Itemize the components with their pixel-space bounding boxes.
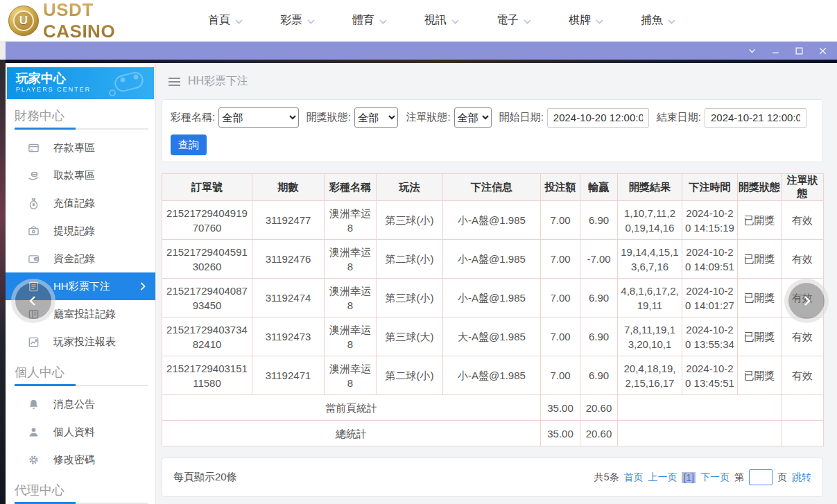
summary-cell (782, 395, 824, 421)
window-maximize-icon[interactable] (794, 46, 804, 55)
sidebar-item-label: 提現記錄 (53, 225, 95, 238)
nav-item-2[interactable]: 體育 (334, 13, 406, 28)
table-cell: 7.00 (541, 279, 580, 318)
breadcrumb: HH彩票下注 (169, 74, 248, 89)
scroll-right-button[interactable] (788, 283, 825, 319)
column-header: 投注額 (541, 174, 580, 201)
jump-prefix-label: 第 (734, 471, 744, 484)
site-logo[interactable]: U USDT CASINO (8, 0, 157, 42)
nav-item-3[interactable]: 視訊 (406, 13, 478, 28)
cash-out-icon (28, 225, 40, 237)
sidebar-item-label: 廳室投註記錄 (53, 308, 116, 321)
sidebar-item-存款專區[interactable]: 存款專區 (6, 134, 155, 162)
report-chart-icon (28, 336, 40, 348)
first-page-link[interactable]: 首页 (623, 471, 643, 484)
window-dropdown-icon[interactable] (747, 46, 757, 55)
table-cell: 小-A盤@1.985 (443, 356, 541, 395)
jump-suffix-label: 页 (777, 471, 787, 484)
current-page-badge: [1] (682, 472, 696, 483)
table-cell: 20,4,18,19,2,15,16,17 (618, 356, 682, 395)
table-cell: -7.00 (580, 240, 618, 279)
collapse-sidebar-button[interactable] (15, 283, 51, 319)
sidebar-item-資金記錄[interactable]: 資金記錄 (6, 245, 155, 272)
chevron-down-icon (596, 15, 603, 27)
nav-item-6[interactable]: 捕魚 (622, 13, 694, 28)
funds-wallet-icon (28, 253, 40, 265)
table-cell: 澳洲幸运8 (325, 279, 377, 318)
page-title: HH彩票下注 (188, 74, 248, 89)
prev-page-link[interactable]: 上一页 (648, 471, 677, 484)
page-size-text: 每頁顯示20條 (173, 471, 237, 484)
sidebar-header: 玩家中心 PLAYERS CENTER (7, 67, 154, 99)
pager: 共5条 首页 上一页 [1] 下一页 第 页 跳转 (594, 469, 811, 485)
sidebar-item-消息公告[interactable]: 消息公告 (6, 390, 155, 418)
table-cell: 第二球(小) (377, 240, 443, 279)
chevron-down-icon (451, 15, 459, 27)
table-cell: 6.90 (580, 356, 618, 395)
table-cell: 已開獎 (738, 318, 782, 356)
sidebar-item-label: 充值記錄 (53, 197, 95, 210)
summary-cell (618, 421, 782, 446)
filter-panel: 彩種名稱: 全部 開獎狀態: 全部 注單狀態: 全部 開始日期: 結束日期: 查… (162, 99, 823, 162)
nav-item-label: 視訊 (424, 13, 447, 28)
pagination-bar: 每頁顯示20條 共5条 首页 上一页 [1] 下一页 第 页 跳转 (162, 458, 823, 497)
start-date-input[interactable] (547, 108, 649, 128)
end-date-input[interactable] (705, 108, 806, 128)
table-cell: 已開獎 (738, 240, 782, 279)
next-page-link[interactable]: 下一页 (700, 471, 730, 484)
sidebar-item-修改密碼[interactable]: 修改密碼 (6, 446, 155, 473)
section-underline (15, 385, 148, 386)
table-cell: 2024-10-20 13:55:34 (682, 318, 738, 356)
table-row: 215217294040879345031192474澳洲幸运8第三球(小)小-… (162, 279, 824, 318)
table-cell: 第二球(小) (377, 356, 443, 395)
lottery-name-select[interactable]: 全部 (218, 107, 299, 128)
sidebar-item-取款專區[interactable]: 取款專區 (6, 162, 155, 189)
window-minimize-icon[interactable] (770, 46, 780, 55)
nav-item-label: 彩票 (280, 13, 302, 28)
table-cell: 2024-10-20 14:01:27 (682, 279, 738, 318)
table-row: 215217294049197076031192477澳洲幸运8第三球(小)小-… (162, 201, 824, 240)
table-cell: 6.90 (580, 279, 618, 318)
query-button[interactable]: 查詢 (171, 134, 207, 155)
window-close-icon[interactable] (818, 46, 827, 55)
column-header: 注單狀態 (782, 174, 824, 201)
page-number-input[interactable] (749, 469, 773, 485)
table-cell: 2024-10-20 14:09:51 (682, 240, 738, 279)
column-header: 期數 (252, 174, 325, 201)
order-status-label: 注單狀態: (406, 111, 450, 124)
jump-button[interactable]: 跳转 (792, 471, 811, 484)
draw-status-select[interactable]: 全部 (354, 107, 399, 128)
column-header: 玩法 (377, 174, 443, 201)
nav-item-label: 棋牌 (569, 13, 591, 28)
table-cell: 第三球(小) (377, 279, 443, 318)
table-cell: 大-A盤@1.985 (443, 318, 541, 356)
sidebar-item-提現記錄[interactable]: 提現記錄 (6, 217, 155, 245)
nav-item-0[interactable]: 首頁 (189, 13, 261, 28)
nav-item-4[interactable]: 電子 (478, 13, 550, 28)
table-cell: 6.90 (580, 201, 618, 240)
chevron-down-icon (379, 15, 387, 27)
table-cell: 有效 (782, 201, 824, 240)
order-status-select[interactable]: 全部 (454, 107, 492, 128)
table-cell: 小-A盤@1.985 (443, 279, 541, 318)
chevron-down-icon (235, 15, 243, 27)
sidebar-item-充值記錄[interactable]: 充值記錄 (6, 189, 155, 217)
table-cell: 小-A盤@1.985 (443, 240, 541, 279)
nav-item-5[interactable]: 棋牌 (550, 13, 622, 28)
chevron-down-icon (307, 15, 315, 27)
table-cell: 已開獎 (738, 201, 782, 240)
sidebar-item-label: 個人資料 (53, 426, 95, 439)
section-title-2: 代理中心 (6, 473, 155, 503)
table-cell: 小-A盤@1.985 (443, 201, 541, 240)
menu-toggle-icon[interactable] (169, 78, 180, 86)
sidebar-item-label: HH彩票下注 (53, 280, 110, 293)
summary-row: 當前頁統計35.0020.60 (162, 395, 824, 421)
sidebar-item-label: 玩家投注報表 (53, 336, 116, 349)
nav-item-1[interactable]: 彩票 (261, 13, 334, 28)
sidebar-item-玩家投注報表[interactable]: 玩家投注報表 (6, 328, 155, 356)
sidebar-item-個人資料[interactable]: 個人資料 (6, 418, 155, 446)
column-header: 輸贏 (580, 174, 618, 201)
table-cell: 有效 (782, 240, 824, 279)
table-row: 215217294045913026031192476澳洲幸运8第二球(小)小-… (162, 240, 824, 279)
table-cell: 31192476 (252, 240, 325, 279)
